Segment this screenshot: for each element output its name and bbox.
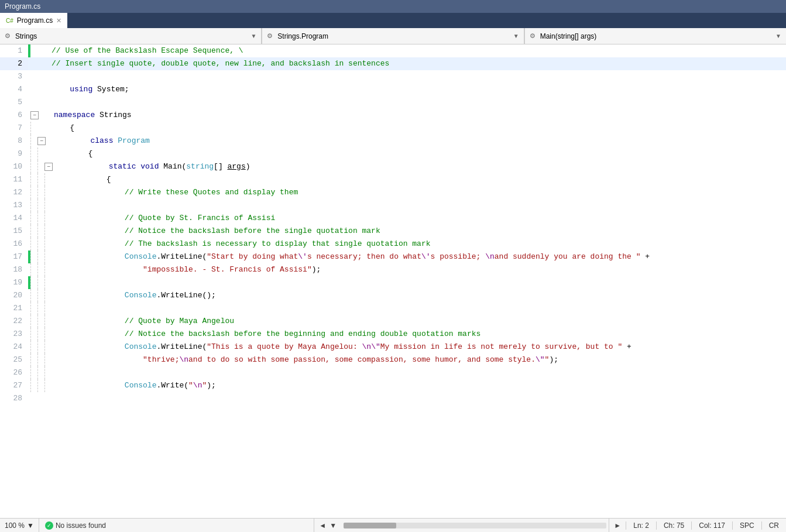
nav-dropdown-strings-program[interactable]: ⚙ Strings.Program ▼: [262, 28, 524, 44]
fold-col-empty-1: [30, 96, 37, 109]
line-number-6: 6: [0, 109, 28, 122]
fold-col-empty-3: [44, 44, 52, 57]
code-text-15: // Notice the backslash before the singl…: [52, 225, 380, 238]
ch-text: Ch: 75: [664, 521, 684, 530]
line-number-16: 16: [0, 238, 28, 250]
fold-line-class: [37, 263, 44, 276]
nav-dropdown-strings[interactable]: ⚙ Strings ▼: [0, 28, 262, 44]
code-text-27: Console.Write("\n");: [52, 379, 216, 392]
fold-marker-class[interactable]: −: [37, 137, 46, 145]
fold-line-method: [44, 341, 52, 353]
nav-bar: ⚙ Strings ▼ ⚙ Strings.Program ▼ ⚙ Main(s…: [0, 28, 786, 44]
line-number-4: 4: [0, 83, 28, 96]
code-line-17: Console.WriteLine("Start by doing what\'…: [28, 250, 786, 263]
code-text-4: using System;: [52, 83, 129, 96]
zoom-control[interactable]: 100 % ▼: [0, 519, 39, 532]
fold-marker-method[interactable]: −: [44, 163, 53, 171]
nav-main-text: Main(string[] args): [540, 32, 771, 40]
fold-line-class: [37, 353, 44, 366]
fold-line-method: [44, 263, 52, 276]
line-number-11: 11: [0, 173, 28, 186]
tab-program-cs[interactable]: C# Program.cs ✕: [0, 13, 67, 28]
code-line-1: // Use of the Backslash Escape Sequence,…: [28, 44, 786, 57]
fold-line-class: [37, 173, 44, 186]
code-text-7: {: [52, 122, 74, 135]
issues-status: ✓ No issues found: [39, 521, 314, 530]
fold-line-method: [44, 353, 52, 366]
line-number-9: 9: [0, 147, 28, 160]
code-line-18: "impossible. - St. Francis of Assisi");: [28, 263, 786, 276]
code-text-14: // Quote by St. Francis of Assisi: [52, 212, 275, 225]
line-number-17: 17: [0, 250, 28, 263]
fold-line-namespace: [30, 276, 37, 289]
code-line-13: [28, 199, 786, 212]
fold-line-class: [37, 212, 44, 225]
fold-col-empty-2: [40, 109, 47, 122]
fold-col-empty-1: [30, 70, 37, 83]
line-number-status: Ln: 2: [626, 521, 656, 530]
fold-line-class: [37, 328, 44, 341]
nav-dropdown-main[interactable]: ⚙ Main(string[] args) ▼: [525, 28, 786, 44]
zoom-value: 100 %: [5, 521, 25, 530]
scroll-right-button[interactable]: ►: [609, 519, 626, 532]
status-bar: 100 % ▼ ✓ No issues found ◄ ▼ ► Ln: 2 Ch…: [0, 518, 786, 532]
line-number-21: 21: [0, 302, 28, 315]
code-line-20: Console.WriteLine();: [28, 289, 786, 302]
scrollbar-area[interactable]: [341, 523, 609, 528]
fold-line-class: [37, 238, 44, 250]
code-text-20: Console.WriteLine();: [52, 289, 216, 302]
nav-prev-button[interactable]: ◄: [318, 521, 327, 530]
line-number-14: 14: [0, 212, 28, 225]
scrollbar-track[interactable]: [344, 523, 606, 528]
nav-strings-arrow: ▼: [250, 33, 256, 39]
fold-line-namespace: [30, 238, 37, 250]
scrollbar-thumb[interactable]: [344, 523, 396, 528]
fold-line-namespace: [30, 366, 37, 379]
fold-line-class: [37, 250, 44, 263]
code-text-24: Console.WriteLine("This is a quote by Ma…: [52, 341, 631, 353]
fold-col-empty-1: [30, 44, 37, 57]
line-number-13: 13: [0, 199, 28, 212]
zoom-arrow: ▼: [27, 521, 34, 530]
code-line-15: // Notice the backslash before the singl…: [28, 225, 786, 238]
code-line-12: // Write these Quotes and display them: [28, 186, 786, 199]
code-content[interactable]: // Use of the Backslash Escape Sequence,…: [28, 44, 786, 518]
fold-line-namespace: [30, 302, 37, 315]
line-number-12: 12: [0, 186, 28, 199]
nav-buttons[interactable]: ◄ ▼: [314, 519, 341, 532]
code-line-19: [28, 276, 786, 289]
code-text-25: "thrive;\nand to do so with some passion…: [52, 353, 558, 366]
fold-line-namespace: [30, 135, 37, 147]
nav-strings-program-arrow: ▼: [513, 33, 519, 39]
fold-line-class: [37, 276, 44, 289]
code-text-8: class Program: [54, 135, 150, 147]
tab-close-button[interactable]: ✕: [56, 17, 61, 25]
tab-label: Program.cs: [17, 16, 53, 25]
fold-line-method: [44, 212, 52, 225]
code-line-27: Console.Write("\n");: [28, 379, 786, 392]
fold-line-namespace: [30, 341, 37, 353]
fold-line-method: [44, 199, 52, 212]
fold-col-empty-3: [44, 83, 52, 96]
fold-line-class: [37, 186, 44, 199]
fold-col-empty-2: [37, 83, 44, 96]
col-status: Col: 117: [691, 521, 732, 530]
fold-line-method: [44, 379, 52, 392]
status-right: Ln: 2 Ch: 75 Col: 117 SPC CR: [626, 521, 786, 530]
line-number-28: 28: [0, 392, 28, 405]
code-line-24: Console.WriteLine("This is a quote by Ma…: [28, 341, 786, 353]
fold-marker-namespace[interactable]: −: [30, 111, 39, 119]
fold-line-namespace: [30, 147, 37, 160]
code-line-9: {: [28, 147, 786, 160]
fold-line-method: [44, 225, 52, 238]
fold-col-empty-3: [44, 70, 52, 83]
fold-col-empty-3: [44, 96, 52, 109]
code-line-23: // Notice the backslash before the begin…: [28, 328, 786, 341]
code-line-3: [28, 70, 786, 83]
fold-line-namespace: [30, 250, 37, 263]
fold-col-empty-2: [37, 57, 44, 70]
fold-col-empty-3: [47, 135, 54, 147]
fold-line-method: [44, 238, 52, 250]
code-text-1: // Use of the Backslash Escape Sequence,…: [52, 44, 243, 57]
fold-line-class: [37, 366, 44, 379]
